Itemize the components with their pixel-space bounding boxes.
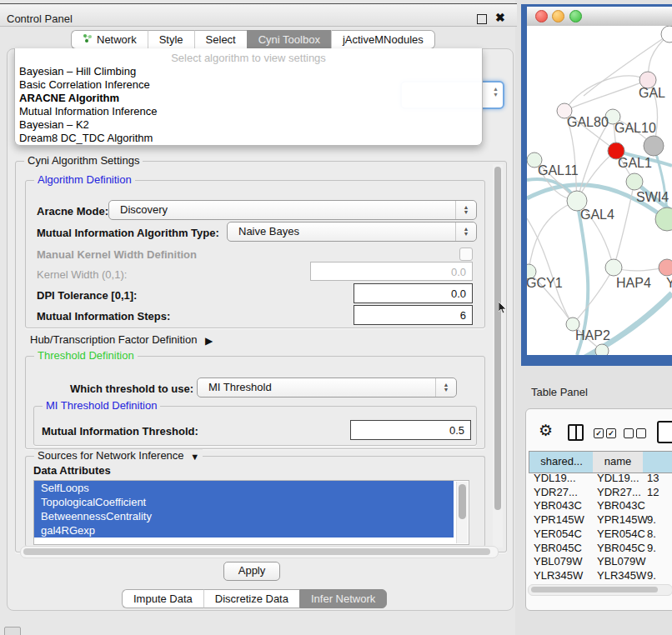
network-node-label: SWI4 [636,190,669,204]
attribute-items: SelfLoopsTopologicalCoefficientBetweenne… [34,481,469,538]
dropdown-item[interactable]: Bayesian – K2 [15,118,482,132]
tab-select[interactable]: Select [194,30,247,49]
attribute-item-selected[interactable]: SelfLoops [34,481,454,495]
table-row[interactable]: YBR043CYBR043C [525,499,672,513]
dropdown-item[interactable]: Dream8 DC_TDC Algorithm [15,132,482,145]
table-cell: YER054C [534,528,582,540]
sources-group-title[interactable]: Sources for Network Inference ▼ [34,449,203,462]
network-node[interactable] [644,136,664,156]
table-rows: YDL19...YDL19...13YDR27...YDR27...12YBR0… [525,472,672,584]
table-row[interactable]: YBR045CYBR045C9. [525,542,672,556]
network-icon [83,31,93,48]
mi-type-combobox[interactable]: Naive Bayes ▲▼ [227,222,477,242]
aracne-mode-label: Aracne Mode: [37,205,108,218]
network-window-titlebar[interactable] [527,7,672,27]
dpi-tolerance-value: 0.0 [451,288,466,300]
network-node[interactable] [626,173,643,190]
mi-threshold-label: Mutual Information Threshold: [42,425,198,438]
combo-stepper-icon: ▲▼ [455,201,476,219]
control-panel-titlebar: Control Panel ✖ [0,4,517,27]
table-cell: YPR145W [534,513,584,526]
tab-label: Impute Data [133,590,193,608]
tab-discretize-data[interactable]: Discretize Data [203,589,299,608]
attribute-item-selected[interactable]: gal4RGexp [34,523,454,538]
collapsed-panel-icon[interactable] [4,627,21,635]
dropdown-item[interactable]: Bayesian – Hill Climbing [15,65,482,78]
attribute-item-selected[interactable]: BetweennessCentrality [34,509,454,523]
checked-checkbox-icon[interactable]: ✓ [594,428,604,438]
minimize-traffic-icon[interactable] [552,10,564,22]
table-column-header[interactable]: name [593,451,644,473]
table-row[interactable]: YER054CYER054C8. [525,528,672,542]
dpi-tolerance-field[interactable]: 0.0 [354,283,473,303]
apply-button[interactable]: Apply [223,562,280,581]
float-panel-icon[interactable] [477,14,487,24]
table-row[interactable]: YBL079WYBL079W [525,555,672,569]
dropdown-item[interactable]: ARACNE Algorithm [15,92,482,105]
table-cell: 9. [647,542,656,554]
table-cell: YDR27... [534,486,578,498]
attribute-scrollbar-thumb[interactable] [459,484,466,519]
tab-jactivemnodules[interactable]: jActiveMNodules [331,30,435,49]
tab-label: jActiveMNodules [343,31,424,48]
tab-network[interactable]: Network [71,30,148,49]
table-row[interactable]: YLR345WYLR345W9. [525,569,672,583]
manual-kernel-checkbox[interactable] [459,248,473,261]
aracne-mode-combobox[interactable]: Discovery ▲▼ [108,200,477,220]
mi-threshold-field[interactable]: 0.5 [350,420,471,440]
table-cell: YBL079W [534,555,583,568]
collapse-down-icon: ▼ [190,452,199,462]
threshold-definition-title: Threshold Definition [34,349,138,362]
table-row[interactable]: YPR145WYPR145W9. [525,513,672,528]
dropdown-item[interactable]: Basic Correlation Inference [15,78,482,92]
mi-type-value: Naive Bayes [238,222,299,241]
unchecked-checkbox-icon[interactable] [624,428,634,438]
table-row[interactable]: YDR27...YDR27...12 [525,486,672,500]
network-canvas[interactable]: GALGAL80GAL10GAL1GAL11SWI4GAL4GCY1HAP4YH… [527,26,672,355]
bottom-tabs: Impute DataDiscretize DataInfer Network [122,589,387,608]
close-traffic-icon[interactable] [535,10,548,22]
attribute-item-selected[interactable]: TopologicalCoefficient [34,495,454,509]
mi-steps-value: 6 [460,309,466,322]
checked-checkbox-icon[interactable]: ✓ [606,428,616,438]
table-row[interactable]: YDL19...YDL19...13 [525,472,672,486]
column-layout-icon[interactable] [568,424,584,441]
data-attributes-list[interactable]: SelfLoopsTopologicalCoefficientBetweenne… [33,480,469,545]
settings-scrollbar-thumb[interactable] [494,167,501,510]
close-icon[interactable]: ✖ [495,11,505,24]
tab-impute-data[interactable]: Impute Data [122,589,203,608]
table-cell: YDL19... [534,472,576,484]
combo-stepper-icon: ▲▼ [455,222,476,241]
kernel-width-field[interactable]: 0.0 [310,262,473,281]
tab-style[interactable]: Style [148,30,194,49]
table-column-header[interactable]: shared... [529,451,594,473]
network-node-label: GAL10 [614,121,656,135]
which-threshold-combobox[interactable]: MI Threshold ▲▼ [197,378,457,398]
gear-icon[interactable]: ⚙ [539,421,553,439]
mi-steps-field[interactable]: 6 [354,305,473,325]
unchecked-checkbox-icon[interactable] [636,428,646,438]
horizontal-scrollbar-thumb[interactable] [23,548,490,555]
control-panel-title: Control Panel [7,12,73,25]
network-node[interactable] [595,344,609,355]
settings-scrollbar[interactable] [493,164,503,548]
mi-type-label: Mutual Information Algorithm Type: [37,227,219,239]
zoom-traffic-icon[interactable] [569,10,582,22]
hub-definition-expander[interactable]: Hub/Transcription Factor Definition ▶ [30,333,213,346]
table-scrollbar-thumb[interactable] [531,587,658,592]
table-column-header[interactable] [643,451,672,473]
mi-steps-label: Mutual Information Steps: [37,310,170,322]
network-node[interactable] [605,259,622,276]
algorithm-definition-title: Algorithm Definition [34,173,135,186]
table-horizontal-scrollbar[interactable] [528,584,672,596]
settings-horizontal-scrollbar[interactable] [20,546,499,558]
document-icon[interactable] [657,421,672,443]
network-node-label: HAP4 [616,276,651,290]
network-node[interactable] [659,259,672,276]
algorithm-dropdown-list[interactable]: Select algorithm to view settings Bayesi… [14,48,483,146]
dropdown-item[interactable]: Mutual Information Inference [15,105,482,118]
mi-threshold-value: 0.5 [449,424,464,437]
tab-infer-network[interactable]: Infer Network [299,589,387,608]
attribute-list-scrollbar[interactable] [456,482,468,543]
tab-cyni-toolbox[interactable]: Cyni Toolbox [247,30,331,49]
